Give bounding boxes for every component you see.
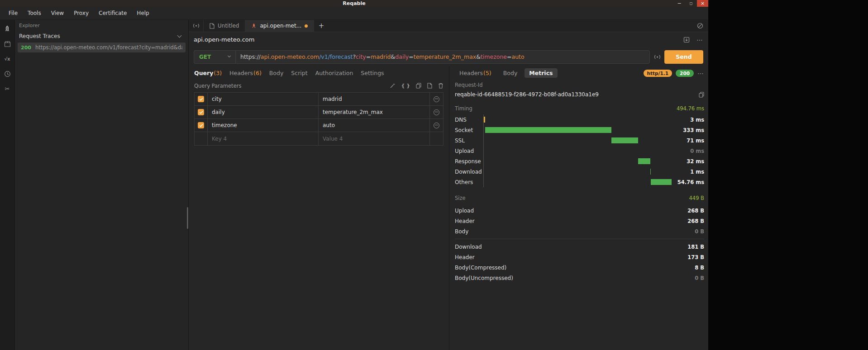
send-button[interactable]: Send	[664, 50, 703, 64]
timing-row: Socket333 ms	[455, 125, 704, 135]
menu-bar: FileToolsViewProxyCertificateHelp	[0, 7, 708, 20]
menu-item-file[interactable]: File	[4, 7, 23, 19]
param-key-field[interactable]: Key 4	[208, 132, 319, 145]
timing-phase-label: Upload	[455, 146, 483, 156]
status-badge: 200	[676, 70, 694, 77]
menu-item-certificate[interactable]: Certificate	[94, 7, 132, 19]
debug-traffic-icon[interactable]	[654, 54, 661, 60]
request-traces-section[interactable]: Request Traces	[15, 31, 188, 42]
param-key-field[interactable]: timezone	[208, 119, 319, 132]
trash-icon[interactable]	[438, 83, 444, 89]
size-item-value: 8 B	[695, 265, 704, 271]
scrollbar-thumb[interactable]	[187, 207, 188, 229]
checkbox-checked-icon[interactable]	[198, 109, 204, 115]
tab-count: (6)	[253, 70, 262, 76]
tab-label: api.open-met...	[260, 23, 301, 29]
size-item-value: 268 B	[687, 218, 704, 224]
minimize-button[interactable]: −	[673, 0, 685, 7]
timing-phase-label: DNS	[455, 114, 483, 125]
remove-param-button[interactable]	[434, 123, 439, 128]
metrics-content: Request-Id reqable-id-66488519-f286-4972…	[455, 80, 704, 350]
timing-value: 333 ms	[675, 125, 704, 135]
param-key-field[interactable]: city	[208, 93, 319, 105]
timing-title: Timing	[455, 105, 472, 112]
collection-box-icon[interactable]	[2, 38, 13, 49]
request-editor-pane: Query(3)Headers(6)BodyScriptAuthorizatio…	[189, 66, 449, 350]
new-file-icon[interactable]	[427, 83, 432, 89]
timing-phase-label: SSL	[455, 135, 483, 146]
query-params-header: Query Parameters { }	[189, 80, 449, 92]
size-item-label: Upload	[455, 208, 474, 214]
size-row: Upload268 B	[455, 205, 704, 216]
traffic-monitor-icon[interactable]	[189, 20, 204, 32]
tab-api-open-meteo[interactable]: api.open-met...	[245, 20, 314, 32]
request-tab-settings[interactable]: Settings	[361, 70, 384, 76]
url-segment: daily	[395, 53, 409, 60]
more-options-icon[interactable]: ⋯	[696, 37, 703, 43]
query-param-row: dailytemperature_2m_max	[195, 106, 443, 119]
scissors-icon[interactable]: ✂	[2, 83, 13, 94]
copy-icon[interactable]	[699, 92, 704, 98]
tab-label: Untitled	[218, 23, 239, 29]
url-segment: https://	[240, 53, 261, 60]
menu-item-tools[interactable]: Tools	[23, 7, 46, 19]
capture-off-icon[interactable]	[697, 23, 703, 29]
request-tab-headers[interactable]: Headers(6)	[229, 70, 262, 76]
main-panel: Untitled api.open-met... +	[189, 20, 708, 350]
param-value-field[interactable]: madrid	[319, 93, 430, 105]
timing-bar-track	[483, 166, 672, 177]
more-options-icon[interactable]: ⋯	[697, 70, 704, 76]
param-value-field[interactable]: Value 4	[319, 132, 430, 145]
history-icon[interactable]	[2, 68, 13, 79]
menu-item-help[interactable]: Help	[132, 7, 154, 19]
url-segment: =	[366, 53, 371, 60]
response-tab-body[interactable]: Body	[499, 68, 522, 78]
url-input[interactable]: https://api.open-meteo.com/v1/forecast?c…	[235, 50, 650, 64]
timing-rows: DNS3 msSocket333 msSSL71 msUpload0 msRes…	[455, 114, 704, 187]
save-icon[interactable]	[683, 37, 690, 43]
param-value-field[interactable]: auto	[319, 119, 430, 132]
method-select[interactable]: GET	[194, 50, 235, 64]
remove-param-button[interactable]	[434, 96, 439, 102]
response-tab-headers[interactable]: Headers(5)	[455, 68, 496, 78]
size-item-value: 268 B	[687, 208, 704, 214]
menu-item-view[interactable]: View	[46, 7, 69, 19]
request-bar: GET https://api.open-meteo.com/v1/foreca…	[189, 47, 708, 66]
http-version-badge: http/1.1	[644, 70, 672, 77]
timing-row: SSL71 ms	[455, 135, 704, 146]
maximize-button[interactable]: ◻	[685, 0, 697, 7]
size-item-label: Header	[455, 218, 475, 224]
copy-icon[interactable]	[416, 83, 421, 89]
timing-value: 54.76 ms	[675, 177, 704, 187]
size-total: 449 B	[689, 195, 705, 201]
request-tab-query[interactable]: Query(3)	[194, 70, 222, 76]
menu-item-proxy[interactable]: Proxy	[69, 7, 94, 19]
checkbox-checked-icon[interactable]	[198, 96, 204, 102]
api-testing-icon[interactable]	[2, 24, 13, 34]
timing-value: 32 ms	[675, 156, 704, 166]
tab-label: Headers	[459, 70, 483, 76]
url-segment: city	[356, 53, 366, 60]
braces-icon[interactable]: { }	[401, 83, 410, 89]
functions-icon[interactable]: √x	[2, 53, 13, 64]
request-tab-body[interactable]: Body	[269, 70, 284, 76]
response-tab-metrics[interactable]: Metrics	[525, 68, 557, 78]
new-tab-button[interactable]: +	[314, 20, 329, 32]
checkbox-checked-icon[interactable]	[198, 122, 204, 128]
param-remove-cell	[430, 119, 443, 132]
timing-bar-track	[483, 125, 672, 135]
query-params-table: citymadriddailytemperature_2m_maxtimezon…	[194, 92, 444, 146]
trace-item[interactable]: 200 https://api.open-meteo.com/v1/foreca…	[18, 43, 186, 52]
param-key-field[interactable]: daily	[208, 106, 319, 118]
timing-bar-track	[483, 146, 672, 156]
timing-value: 71 ms	[675, 135, 704, 146]
remove-param-button[interactable]	[434, 109, 439, 115]
tab-label: Metrics	[529, 70, 553, 76]
param-value-field[interactable]: temperature_2m_max	[319, 106, 430, 118]
wand-icon[interactable]	[390, 83, 396, 89]
explorer-panel: Explorer Request Traces 200 https://api.…	[15, 20, 189, 350]
close-button[interactable]: ×	[697, 0, 708, 7]
tab-untitled[interactable]: Untitled	[204, 20, 245, 32]
request-tab-authorization[interactable]: Authorization	[315, 70, 353, 76]
request-tab-script[interactable]: Script	[291, 70, 307, 76]
